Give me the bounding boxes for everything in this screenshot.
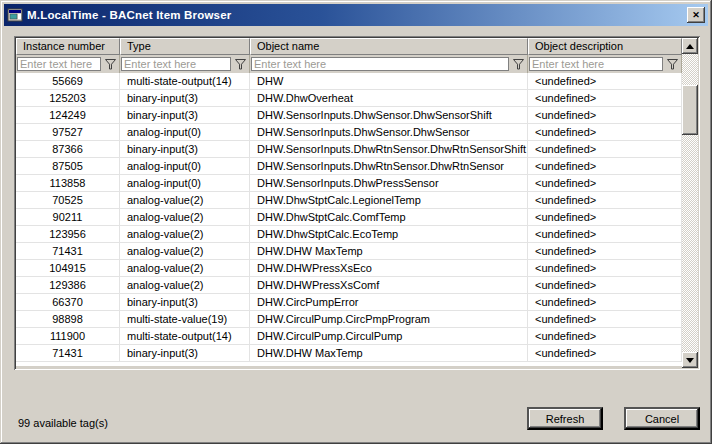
cell-instance-number[interactable]: 129386 xyxy=(16,277,120,293)
cell-object-description[interactable]: <undefined> xyxy=(528,328,682,344)
table-row[interactable]: 66370 binary-input(3) DHW.CircPumpError … xyxy=(16,294,682,311)
cell-type[interactable]: binary-input(3) xyxy=(120,345,250,361)
cell-instance-number[interactable]: 71431 xyxy=(16,243,120,259)
refresh-button[interactable]: Refresh xyxy=(527,407,603,430)
cell-object-name[interactable]: DHW.DhwStptCalc.LegionelTemp xyxy=(250,192,528,208)
titlebar[interactable]: M.LocalTime - BACnet Item Browser ✕ xyxy=(4,4,708,26)
filter-input-instance-number[interactable] xyxy=(17,57,101,71)
table-row[interactable]: 97527 analog-input(0) DHW.SensorInputs.D… xyxy=(16,124,682,141)
cell-type[interactable]: analog-input(0) xyxy=(120,175,250,191)
table-row[interactable]: 70525 analog-value(2) DHW.DhwStptCalc.Le… xyxy=(16,192,682,209)
column-header-type[interactable]: Type xyxy=(120,38,250,55)
table-row[interactable]: 71431 analog-value(2) DHW.DHW MaxTemp <u… xyxy=(16,243,682,260)
cell-instance-number[interactable]: 123956 xyxy=(16,226,120,242)
cell-object-name[interactable]: DHW.DhwOverheat xyxy=(250,90,528,106)
cell-type[interactable]: analog-value(2) xyxy=(120,226,250,242)
cell-instance-number[interactable]: 124249 xyxy=(16,107,120,123)
cell-type[interactable]: analog-value(2) xyxy=(120,192,250,208)
cell-type[interactable]: analog-value(2) xyxy=(120,260,250,276)
cell-instance-number[interactable]: 98898 xyxy=(16,311,120,327)
cell-object-description[interactable]: <undefined> xyxy=(528,175,682,191)
table-row[interactable]: 55669 multi-state-output(14) DHW <undefi… xyxy=(16,73,682,90)
cell-type[interactable]: multi-state-value(19) xyxy=(120,311,250,327)
table-row[interactable]: 124249 binary-input(3) DHW.SensorInputs.… xyxy=(16,107,682,124)
filter-funnel-icon[interactable] xyxy=(234,58,247,71)
filter-funnel-icon[interactable] xyxy=(104,58,117,71)
column-header-instance-number[interactable]: Instance number xyxy=(16,38,120,55)
table-row[interactable]: 87505 analog-input(0) DHW.SensorInputs.D… xyxy=(16,158,682,175)
filter-funnel-icon[interactable] xyxy=(666,58,679,71)
cell-instance-number[interactable]: 55669 xyxy=(16,73,120,89)
cell-instance-number[interactable]: 87366 xyxy=(16,141,120,157)
cell-instance-number[interactable]: 111900 xyxy=(16,328,120,344)
table-row[interactable]: 98898 multi-state-value(19) DHW.CirculPu… xyxy=(16,311,682,328)
filter-input-type[interactable] xyxy=(121,57,231,71)
scroll-up-button[interactable] xyxy=(682,38,698,54)
cell-object-name[interactable]: DHW.SensorInputs.DhwSensor.DhwSensorShif… xyxy=(250,107,528,123)
cell-type[interactable]: multi-state-output(14) xyxy=(120,73,250,89)
cell-type[interactable]: analog-value(2) xyxy=(120,243,250,259)
cell-instance-number[interactable]: 104915 xyxy=(16,260,120,276)
cell-object-name[interactable]: DHW.DHW MaxTemp xyxy=(250,243,528,259)
table-row[interactable]: 71431 binary-input(3) DHW.DHW MaxTemp <u… xyxy=(16,345,682,362)
vertical-scrollbar[interactable] xyxy=(682,38,698,368)
cell-object-name[interactable]: DHW.SensorInputs.DhwRtnSensor.DhwRtnSens… xyxy=(250,158,528,174)
cell-object-description[interactable]: <undefined> xyxy=(528,158,682,174)
cell-type[interactable]: analog-value(2) xyxy=(120,277,250,293)
cell-object-description[interactable]: <undefined> xyxy=(528,124,682,140)
cell-type[interactable]: analog-input(0) xyxy=(120,124,250,140)
cell-object-name[interactable]: DHW.CirculPump.CircPmpProgram xyxy=(250,311,528,327)
table-row[interactable]: 113858 analog-input(0) DHW.SensorInputs.… xyxy=(16,175,682,192)
cell-object-name[interactable]: DHW.CirculPump.CirculPump xyxy=(250,328,528,344)
column-header-object-description[interactable]: Object description xyxy=(528,38,682,55)
cell-type[interactable]: binary-input(3) xyxy=(120,294,250,310)
cell-object-name[interactable]: DHW.CircPumpError xyxy=(250,294,528,310)
filter-input-object-name[interactable] xyxy=(251,57,509,71)
table-row[interactable]: 125203 binary-input(3) DHW.DhwOverheat <… xyxy=(16,90,682,107)
cell-object-name[interactable]: DHW.DhwStptCalc.EcoTemp xyxy=(250,226,528,242)
cell-object-name[interactable]: DHW.DHWPressXsEco xyxy=(250,260,528,276)
cell-object-name[interactable]: DHW.SensorInputs.DhwSensor.DhwSensor xyxy=(250,124,528,140)
cell-type[interactable]: analog-value(2) xyxy=(120,209,250,225)
cell-object-description[interactable]: <undefined> xyxy=(528,345,682,361)
cell-instance-number[interactable]: 113858 xyxy=(16,175,120,191)
table-row[interactable]: 123956 analog-value(2) DHW.DhwStptCalc.E… xyxy=(16,226,682,243)
cell-object-description[interactable]: <undefined> xyxy=(528,90,682,106)
cell-instance-number[interactable]: 97527 xyxy=(16,124,120,140)
cell-instance-number[interactable]: 70525 xyxy=(16,192,120,208)
cell-object-description[interactable]: <undefined> xyxy=(528,73,682,89)
cell-object-name[interactable]: DHW.DHW MaxTemp xyxy=(250,345,528,361)
cell-type[interactable]: binary-input(3) xyxy=(120,90,250,106)
cell-type[interactable]: binary-input(3) xyxy=(120,141,250,157)
cell-instance-number[interactable]: 71431 xyxy=(16,345,120,361)
cell-object-description[interactable]: <undefined> xyxy=(528,260,682,276)
cell-object-name[interactable]: DHW.SensorInputs.DhwRtnSensor.DhwRtnSens… xyxy=(250,141,528,157)
cell-type[interactable]: multi-state-output(14) xyxy=(120,328,250,344)
cell-instance-number[interactable]: 90211 xyxy=(16,209,120,225)
cell-object-description[interactable]: <undefined> xyxy=(528,294,682,310)
cell-object-description[interactable]: <undefined> xyxy=(528,277,682,293)
scroll-down-button[interactable] xyxy=(682,352,698,368)
table-row[interactable]: 87366 binary-input(3) DHW.SensorInputs.D… xyxy=(16,141,682,158)
cell-instance-number[interactable]: 125203 xyxy=(16,90,120,106)
filter-funnel-icon[interactable] xyxy=(512,58,525,71)
cell-object-name[interactable]: DHW.SensorInputs.DhwPressSensor xyxy=(250,175,528,191)
cell-object-description[interactable]: <undefined> xyxy=(528,141,682,157)
cell-object-description[interactable]: <undefined> xyxy=(528,107,682,123)
table-row[interactable]: 104915 analog-value(2) DHW.DHWPressXsEco… xyxy=(16,260,682,277)
close-button[interactable]: ✕ xyxy=(687,7,705,23)
cell-instance-number[interactable]: 66370 xyxy=(16,294,120,310)
column-header-object-name[interactable]: Object name xyxy=(250,38,528,55)
cell-object-description[interactable]: <undefined> xyxy=(528,209,682,225)
cell-object-description[interactable]: <undefined> xyxy=(528,226,682,242)
table-row[interactable]: 90211 analog-value(2) DHW.DhwStptCalc.Co… xyxy=(16,209,682,226)
cancel-button[interactable]: Cancel xyxy=(624,407,700,430)
cell-object-name[interactable]: DHW.DhwStptCalc.ComfTemp xyxy=(250,209,528,225)
cell-object-description[interactable]: <undefined> xyxy=(528,192,682,208)
filter-input-object-description[interactable] xyxy=(529,57,663,71)
cell-object-description[interactable]: <undefined> xyxy=(528,311,682,327)
cell-type[interactable]: binary-input(3) xyxy=(120,107,250,123)
cell-object-name[interactable]: DHW.DHWPressXsComf xyxy=(250,277,528,293)
cell-instance-number[interactable]: 87505 xyxy=(16,158,120,174)
cell-type[interactable]: analog-input(0) xyxy=(120,158,250,174)
